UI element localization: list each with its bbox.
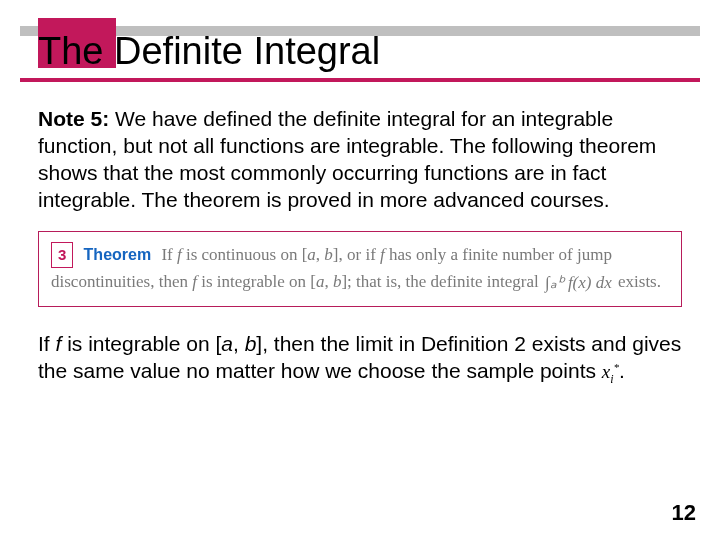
- theorem-text-6: ]; that is, the definite integral: [341, 272, 543, 291]
- title-block: The Definite Integral: [20, 18, 700, 82]
- page-number: 12: [672, 500, 696, 526]
- page-title: The Definite Integral: [20, 18, 700, 72]
- slide: The Definite Integral Note 5: We have de…: [0, 0, 720, 540]
- theorem-label: Theorem: [84, 246, 152, 263]
- theorem-tail: exists.: [614, 272, 661, 291]
- decor-underline: [20, 78, 700, 82]
- note-label: Note 5:: [38, 107, 109, 130]
- body: Note 5: We have defined the definite int…: [20, 88, 700, 387]
- theorem-number: 3: [51, 242, 73, 267]
- var-b: b: [245, 332, 257, 355]
- note-body: We have defined the definite integral fo…: [38, 107, 656, 211]
- closing-period: .: [619, 359, 625, 382]
- integral-expression: ∫ₐᵇ f(x) dx: [545, 270, 612, 296]
- theorem-comma-2: ,: [324, 272, 333, 291]
- closing-pre: If: [38, 332, 56, 355]
- theorem-text-3: ], or if: [333, 245, 380, 264]
- var-a: a: [307, 245, 316, 264]
- closing-comma: ,: [233, 332, 245, 355]
- note-paragraph: Note 5: We have defined the definite int…: [38, 106, 682, 214]
- theorem-text-1: If: [161, 245, 177, 264]
- theorem-box: 3 Theorem If f is continuous on [a, b], …: [38, 231, 682, 307]
- closing-paragraph: If f is integrable on [a, b], then the l…: [38, 331, 682, 387]
- closing-mid1: is integrable on [: [61, 332, 221, 355]
- sample-point-symbol: xi*: [602, 361, 619, 382]
- theorem-text-2: is continuous on [: [182, 245, 308, 264]
- theorem-text-5: is integrable on [: [197, 272, 316, 291]
- xstar-base: x: [602, 361, 610, 382]
- var-a: a: [221, 332, 233, 355]
- xstar-sub: i: [610, 372, 613, 386]
- var-b: b: [324, 245, 333, 264]
